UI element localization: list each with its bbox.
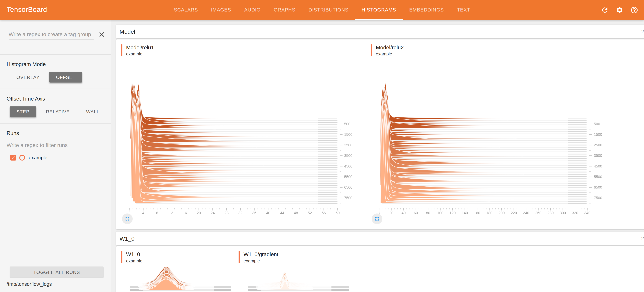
- histogram-mode-options: OVERLAYOFFSET: [10, 72, 111, 82]
- runs-filter-row: [6, 141, 104, 150]
- histogram-chart-w1_0-gradient: W1_0/gradientexample: [239, 251, 356, 292]
- tab-histograms[interactable]: HISTOGRAMS: [355, 0, 403, 20]
- histogram-mode-overlay-button[interactable]: OVERLAY: [10, 72, 46, 82]
- help-icon[interactable]: [630, 6, 638, 14]
- divider: [0, 123, 111, 124]
- app-bar: TensorBoard SCALARSIMAGESAUDIOGRAPHSDIST…: [0, 0, 644, 20]
- offset-time-axis-label: Offset Time Axis: [6, 96, 111, 102]
- run-color-bar: [121, 44, 122, 56]
- chart-title: Model/relu2: [376, 44, 404, 51]
- histogram-canvas[interactable]: [247, 264, 350, 292]
- run-name: example: [29, 155, 47, 160]
- tab-text[interactable]: TEXT: [450, 0, 477, 20]
- section-charts-model: Model/relu1exampleModel/relu2example: [116, 39, 644, 229]
- histogram-chart-model-relu1: Model/relu1example: [121, 44, 371, 214]
- chart-header: W1_0example: [121, 251, 239, 263]
- run-list: example: [0, 150, 111, 160]
- chart-header: W1_0/gradientexample: [239, 251, 356, 263]
- histogram-canvas[interactable]: [129, 64, 358, 214]
- histogram-chart-w1_0: W1_0example: [121, 251, 239, 292]
- histogram-chart-model-relu2: Model/relu2example: [371, 44, 620, 214]
- runs-label: Runs: [6, 130, 111, 136]
- time-axis-step-button[interactable]: STEP: [10, 106, 36, 117]
- section-header-w1_0: W1_02: [116, 232, 644, 245]
- tab-embeddings[interactable]: EMBEDDINGS: [403, 0, 450, 20]
- chart-title: W1_0/gradient: [244, 251, 278, 258]
- expand-chart-button[interactable]: [372, 214, 382, 224]
- run-filter-input[interactable]: [6, 141, 104, 150]
- tab-audio[interactable]: AUDIO: [238, 0, 267, 20]
- section-chart-count: 2: [641, 236, 644, 241]
- run-item-example[interactable]: example: [10, 155, 111, 160]
- chart-run-label: example: [244, 258, 278, 263]
- section-charts-w1_0: W1_0exampleW1_0/gradientexample: [116, 246, 644, 292]
- offset-time-axis-options: STEPRELATIVEWALL: [10, 106, 111, 117]
- run-color-bar: [239, 251, 240, 263]
- divider: [0, 54, 111, 54]
- chart-run-label: example: [126, 258, 142, 263]
- app-bar-icons: [601, 0, 638, 20]
- chart-run-label: example: [376, 51, 404, 56]
- run-color-dot: [19, 155, 25, 160]
- tab-distributions[interactable]: DISTRIBUTIONS: [302, 0, 355, 20]
- tag-filter-input[interactable]: [8, 30, 94, 39]
- section-chart-count: 2: [641, 28, 644, 34]
- section-title: W1_0: [120, 235, 134, 242]
- histogram-canvas[interactable]: [129, 264, 232, 292]
- histogram-mode-offset-button[interactable]: OFFSET: [49, 72, 82, 82]
- toggle-all-runs-button[interactable]: TOGGLE ALL RUNS: [10, 266, 104, 278]
- sidebar-spacer: [0, 160, 111, 266]
- refresh-icon[interactable]: [601, 6, 609, 14]
- app-title: TensorBoard: [6, 6, 47, 14]
- close-icon[interactable]: [98, 30, 106, 39]
- tab-scalars[interactable]: SCALARS: [167, 0, 204, 20]
- section-header-model: Model2: [116, 25, 644, 38]
- chart-header: Model/relu1example: [121, 44, 371, 56]
- run-checkbox[interactable]: [10, 155, 16, 160]
- fullscreen-icon: [374, 216, 380, 222]
- run-color-bar: [121, 251, 122, 263]
- divider: [0, 89, 111, 89]
- time-axis-relative-button[interactable]: RELATIVE: [39, 106, 76, 117]
- tag-filter-row: [8, 30, 106, 39]
- histogram-canvas[interactable]: [379, 64, 608, 214]
- tensorboard-app: TensorBoard SCALARSIMAGESAUDIOGRAPHSDIST…: [0, 0, 644, 292]
- run-color-bar: [371, 44, 372, 56]
- chart-run-label: example: [126, 51, 154, 56]
- histogram-mode-label: Histogram Mode: [6, 61, 111, 67]
- tab-graphs[interactable]: GRAPHS: [267, 0, 302, 20]
- fullscreen-icon: [124, 216, 130, 222]
- section-title: Model: [120, 28, 135, 35]
- settings-icon[interactable]: [616, 6, 624, 14]
- content: Model2Model/relu1exampleModel/relu2examp…: [111, 20, 644, 292]
- tab-images[interactable]: IMAGES: [204, 0, 238, 20]
- chart-header: Model/relu2example: [371, 44, 620, 56]
- nav-tabs: SCALARSIMAGESAUDIOGRAPHSDISTRIBUTIONSHIS…: [167, 0, 477, 20]
- sidebar: Histogram Mode OVERLAYOFFSET Offset Time…: [0, 20, 111, 292]
- chart-title: Model/relu1: [126, 44, 154, 51]
- log-directory-path: /tmp/tensorflow_logs: [6, 281, 111, 287]
- chart-title: W1_0: [126, 251, 142, 258]
- expand-chart-button[interactable]: [122, 214, 133, 224]
- time-axis-wall-button[interactable]: WALL: [80, 106, 106, 117]
